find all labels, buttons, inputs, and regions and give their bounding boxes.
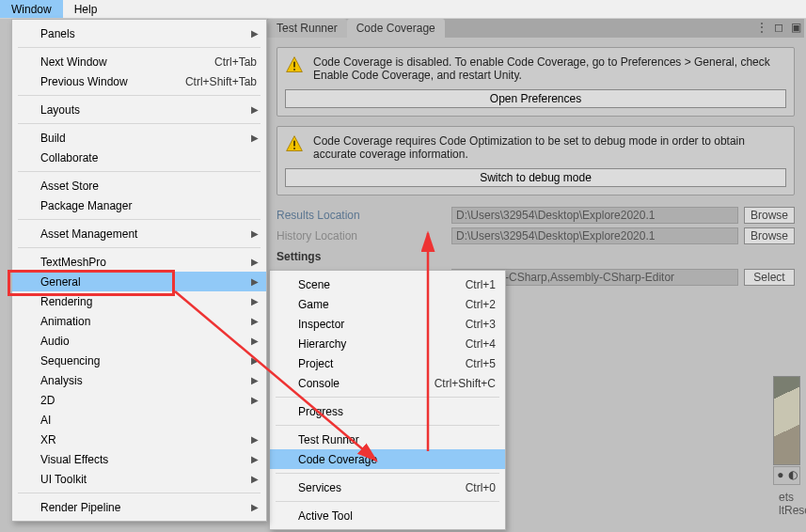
menu-item-layouts[interactable]: Layouts▶: [12, 100, 266, 119]
separator: [18, 123, 261, 124]
resource-list: ets ltResources: [773, 487, 800, 521]
switch-debug-mode-button[interactable]: Switch to debug mode: [285, 168, 786, 187]
menu-item-render-pipeline[interactable]: Render Pipeline▶: [12, 497, 266, 517]
submenu-arrow-icon: ▶: [251, 474, 259, 484]
menu-item-analysis[interactable]: Analysis▶: [12, 370, 266, 390]
tab-strip: Test Runner Code Coverage ⋮ ◻ ▣: [267, 19, 804, 38]
maximize-icon[interactable]: ▣: [789, 21, 802, 34]
submenu-arrow-icon: ▶: [251, 316, 259, 326]
submenu-arrow-icon: ▶: [251, 502, 259, 512]
submenu-item-active-tool[interactable]: Active Tool: [270, 506, 505, 525]
menu-item-previous-window[interactable]: Previous WindowCtrl+Shift+Tab: [12, 71, 266, 91]
menu-item-xr[interactable]: XR▶: [12, 430, 266, 449]
submenu-item-hierarchy[interactable]: HierarchyCtrl+4: [270, 334, 505, 353]
submenu-item-scene[interactable]: SceneCtrl+1: [270, 274, 505, 294]
menu-item-textmeshpro[interactable]: TextMeshPro▶: [12, 252, 266, 272]
tab-code-coverage[interactable]: Code Coverage: [347, 19, 445, 38]
warning-box-debug-mode: Code Coverage requires Code Optimization…: [277, 126, 795, 196]
menu-item-build[interactable]: Build▶: [12, 128, 266, 148]
resource-line: ets: [779, 491, 795, 504]
separator: [18, 95, 261, 96]
separator: [18, 47, 261, 48]
separator: [18, 247, 261, 248]
menu-item-general[interactable]: General▶: [12, 272, 266, 291]
history-location-field[interactable]: D:\Users\32954\Desktop\Explore2020.1: [451, 227, 738, 244]
warning-text: Code Coverage requires Code Optimization…: [313, 134, 786, 161]
menu-item-package-manager[interactable]: Package Manager: [12, 196, 266, 215]
svg-rect-2: [293, 141, 295, 147]
submenu-arrow-icon: ▶: [251, 454, 259, 464]
menu-item-panels[interactable]: Panels▶: [12, 23, 266, 43]
visibility-icon[interactable]: ◐: [788, 468, 799, 483]
submenu-arrow-icon: ▶: [251, 104, 259, 115]
submenu-arrow-icon: ▶: [251, 434, 259, 445]
separator: [18, 171, 261, 172]
separator: [276, 501, 499, 502]
separator: [18, 493, 261, 493]
submenu-arrow-icon: ▶: [251, 133, 259, 143]
submenu-item-project[interactable]: ProjectCtrl+5: [270, 353, 505, 373]
menu-item-visual-effects[interactable]: Visual Effects▶: [12, 449, 266, 469]
separator: [276, 425, 499, 426]
separator: [18, 219, 261, 220]
submenu-arrow-icon: ▶: [251, 257, 259, 267]
browse-history-button[interactable]: Browse: [744, 227, 795, 244]
tab-test-runner[interactable]: Test Runner: [267, 19, 347, 38]
preview-thumbnail: [773, 376, 800, 465]
menu-item-next-window[interactable]: Next WindowCtrl+Tab: [12, 52, 266, 71]
submenu-item-game[interactable]: GameCtrl+2: [270, 294, 505, 314]
svg-rect-1: [293, 69, 295, 70]
results-location-label: Results Location: [277, 209, 446, 222]
menu-item-2d[interactable]: 2D▶: [12, 390, 266, 410]
menu-item-asset-store[interactable]: Asset Store: [12, 176, 266, 196]
window-menu-dropdown: Panels▶ Next WindowCtrl+Tab Previous Win…: [11, 19, 267, 522]
select-assemblies-button[interactable]: Select: [744, 269, 795, 286]
settings-heading: Settings: [267, 246, 804, 267]
menu-item-animation[interactable]: Animation▶: [12, 311, 266, 331]
submenu-item-code-coverage[interactable]: Code Coverage: [270, 449, 505, 469]
results-location-row: Results Location D:\Users\32954\Desktop\…: [267, 205, 804, 226]
warning-icon: [285, 134, 304, 153]
submenu-arrow-icon: ▶: [251, 336, 259, 346]
open-preferences-button[interactable]: Open Preferences: [285, 89, 786, 108]
menu-item-audio[interactable]: Audio▶: [12, 331, 266, 351]
submenu-item-progress[interactable]: Progress: [270, 401, 505, 421]
submenu-item-services[interactable]: ServicesCtrl+0: [270, 477, 505, 497]
submenu-arrow-icon: ▶: [251, 28, 259, 39]
separator: [276, 473, 499, 474]
zoom-slider-icon[interactable]: ●: [775, 468, 786, 483]
browse-results-button[interactable]: Browse: [744, 207, 795, 224]
submenu-item-console[interactable]: ConsoleCtrl+Shift+C: [270, 373, 505, 393]
results-location-field[interactable]: D:\Users\32954\Desktop\Explore2020.1: [451, 207, 738, 224]
submenu-arrow-icon: ▶: [251, 228, 259, 239]
resource-line: ltResources: [779, 504, 795, 517]
menu-window[interactable]: Window: [0, 0, 63, 18]
warning-box-disabled: Code Coverage is disabled. To enable Cod…: [277, 47, 795, 117]
menu-item-asset-management[interactable]: Asset Management▶: [12, 224, 266, 243]
menu-item-sequencing[interactable]: Sequencing▶: [12, 351, 266, 370]
submenu-arrow-icon: ▶: [251, 276, 259, 287]
submenu-arrow-icon: ▶: [251, 355, 259, 366]
warning-icon: [285, 55, 304, 74]
tab-options-icon[interactable]: ⋮: [755, 21, 768, 34]
menu-item-rendering[interactable]: Rendering▶: [12, 291, 266, 311]
preview-toolbar: ● ◐: [773, 466, 800, 485]
warning-text: Code Coverage is disabled. To enable Cod…: [313, 55, 786, 82]
separator: [276, 397, 499, 398]
submenu-item-test-runner[interactable]: Test Runner: [270, 430, 505, 449]
menu-item-collaborate[interactable]: Collaborate: [12, 148, 266, 167]
menu-help[interactable]: Help: [63, 0, 109, 18]
menu-item-ui-toolkit[interactable]: UI Toolkit▶: [12, 469, 266, 489]
submenu-arrow-icon: ▶: [251, 296, 259, 306]
submenu-arrow-icon: ▶: [251, 395, 259, 405]
menu-item-ai[interactable]: AI: [12, 410, 266, 430]
submenu-arrow-icon: ▶: [251, 375, 259, 385]
svg-rect-3: [293, 148, 295, 149]
general-submenu: SceneCtrl+1 GameCtrl+2 InspectorCtrl+3 H…: [269, 270, 506, 530]
menubar: Window Help: [0, 0, 806, 19]
svg-rect-0: [293, 62, 295, 68]
history-location-label: History Location: [277, 229, 446, 243]
history-location-row: History Location D:\Users\32954\Desktop\…: [267, 226, 804, 246]
submenu-item-inspector[interactable]: InspectorCtrl+3: [270, 314, 505, 334]
detach-icon[interactable]: ◻: [772, 21, 785, 34]
